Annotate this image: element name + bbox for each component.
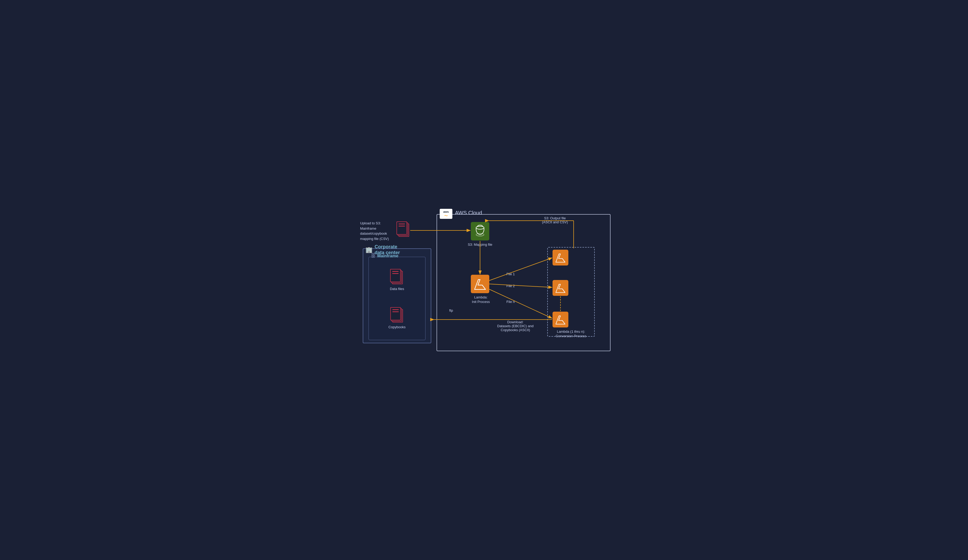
upload-file-icon	[396, 222, 410, 238]
lambda-2-icon	[552, 280, 569, 296]
copybooks-group: Copybooks	[388, 307, 405, 329]
mainframe-box: 🗄 Mainframe Data files Copybo	[368, 257, 426, 340]
file2-label: File 2	[506, 284, 515, 288]
file1-label: File 1	[506, 272, 515, 276]
copybooks-label: Copybooks	[388, 325, 405, 329]
data-files-label: Data files	[390, 287, 404, 291]
server-icon: 🗄	[371, 253, 376, 258]
s3-label: S3: Mapping file	[467, 243, 493, 247]
lambda-conversion-label: Lambda (1 thru n): Conversion Process	[542, 330, 600, 338]
corporate-datacenter-box: 🏢 Corporate data center 🗄 Mainframe Data…	[363, 249, 431, 343]
aws-cloud-label: AWS Cloud	[455, 210, 482, 216]
building-icon: 🏢	[365, 247, 373, 253]
diagram-canvas: aws 〜 AWS Cloud Upload to S3: Mainframe …	[358, 206, 610, 354]
lambda-1-icon	[552, 250, 569, 265]
lambda-n-icon	[552, 311, 569, 328]
aws-smile-icon: 〜	[444, 214, 448, 217]
filen-label: File n	[506, 300, 515, 304]
svg-marker-2	[474, 280, 486, 290]
ftp-label: ftp	[449, 308, 453, 312]
upload-label: Upload to S3: Mainframe dataset/copybook…	[360, 221, 389, 241]
mainframe-header: 🗄 Mainframe	[371, 253, 398, 258]
s3-bucket-icon	[471, 222, 489, 240]
s3-output-label: S3: Output file (ASCII and CSV)	[542, 216, 568, 224]
download-label: Download: Datasets (EBCDIC) and Copybook…	[497, 320, 534, 332]
aws-logo-text: aws	[443, 210, 449, 213]
svg-marker-3	[556, 254, 565, 262]
lambda-init-icon	[471, 275, 489, 293]
svg-marker-5	[556, 316, 565, 324]
svg-marker-4	[556, 284, 565, 293]
aws-logo: aws 〜	[440, 209, 453, 219]
data-files-group: Data files	[390, 269, 404, 291]
mainframe-title: Mainframe	[377, 253, 398, 258]
lambda-init-label: Lambda: Init Process	[465, 295, 497, 304]
